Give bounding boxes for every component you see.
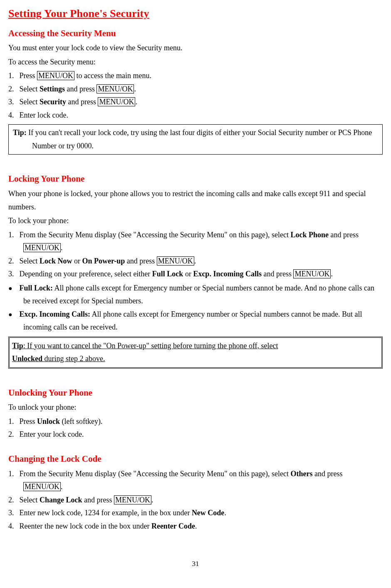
- step-text: .: [61, 244, 63, 252]
- tip-body: : If you want to cancel the "On Power-up…: [23, 342, 278, 350]
- menu-ok-key: MENU/OK: [23, 243, 61, 252]
- menu-ok-key: MENU/OK: [293, 269, 331, 278]
- step-text: From the Security Menu display (See "Acc…: [20, 231, 291, 239]
- step-text: and press: [125, 257, 156, 265]
- step-text: Press: [20, 417, 37, 426]
- heading-accessing-security-menu: Accessing the Security Menu: [8, 26, 383, 41]
- step-text: and press: [65, 85, 97, 93]
- step-number: 3.: [8, 507, 17, 520]
- menu-ok-key: MENU/OK: [98, 97, 135, 106]
- emphasis: On Power-up: [82, 257, 125, 265]
- step-text: Enter new lock code, 1234 for example, i…: [20, 509, 192, 517]
- body-text: To unlock your phone:: [8, 401, 383, 414]
- step-number: 1.: [8, 415, 17, 428]
- step-text: or: [183, 270, 193, 278]
- step-text: or: [72, 257, 82, 265]
- tip-box: Tip: If you can't recall your lock code,…: [8, 124, 383, 155]
- tip-label: Tip:: [13, 128, 27, 137]
- step-text: and press: [66, 98, 98, 106]
- tip-box: Tip: If you want to cancel the "On Power…: [8, 337, 383, 369]
- step-text: Select: [20, 85, 40, 93]
- menu-ok-key: MENU/OK: [23, 482, 61, 491]
- bullet-list: Full Lock: All phone calls except for Em…: [8, 282, 383, 334]
- step-text: .: [61, 482, 63, 491]
- body-text: To access the Security menu:: [8, 56, 383, 69]
- menu-ok-key: MENU/OK: [97, 84, 134, 93]
- menu-ok-key: MENU/OK: [37, 71, 74, 80]
- step-text: .: [224, 509, 226, 517]
- step-number: 4.: [8, 109, 17, 122]
- emphasis: Unlocked: [12, 354, 42, 363]
- step-text: (left softkey).: [60, 417, 102, 426]
- body-text: You must enter your lock code to view th…: [8, 42, 383, 55]
- steps-list: 1. From the Security Menu display (See "…: [8, 467, 383, 533]
- step-text: to access the main menu.: [74, 71, 151, 80]
- bullet-text: All phone calls except for Emergency num…: [23, 284, 374, 305]
- emphasis: Others: [291, 470, 313, 478]
- emphasis: Lock Now: [40, 257, 72, 265]
- list-item: 3. Depending on your preference, select …: [8, 268, 383, 281]
- step-text: .: [151, 496, 153, 504]
- step-text: .: [134, 85, 136, 93]
- list-item: 1. Press MENU/OK to access the main menu…: [8, 69, 383, 83]
- emphasis: Security: [40, 98, 66, 106]
- tip-label: Tip: [12, 342, 23, 350]
- step-text: Select: [20, 257, 40, 265]
- tip-text: Tip: If you can't recall your lock code,…: [13, 126, 380, 153]
- step-number: 1.: [8, 69, 17, 83]
- list-item: 2. Select Change Lock and press MENU/OK.: [8, 494, 383, 507]
- body-text: When your phone is locked, your phone al…: [8, 187, 383, 214]
- emphasis: New Code: [192, 509, 225, 517]
- step-text: .: [195, 522, 197, 530]
- step-text: .: [135, 98, 137, 106]
- step-number: 2.: [8, 83, 17, 96]
- emphasis: Settings: [40, 85, 65, 93]
- page-number: 31: [8, 558, 383, 570]
- list-item: 2. Select Lock Now or On Power-up and pr…: [8, 255, 383, 268]
- menu-ok-key: MENU/OK: [157, 256, 194, 266]
- list-item: 3. Select Security and press MENU/OK.: [8, 96, 383, 109]
- list-item: Excp. Incoming Calls: All phone calls ex…: [8, 308, 383, 334]
- emphasis: Unlock: [37, 417, 60, 426]
- step-number: 3.: [8, 268, 17, 281]
- list-item: 1. From the Security Menu display (See "…: [8, 467, 383, 494]
- steps-list: 1. Press MENU/OK to access the main menu…: [8, 69, 383, 122]
- tip-text: Tip: If you want to cancel the "On Power…: [12, 340, 379, 366]
- step-text: and press: [329, 231, 359, 239]
- emphasis: Excp. Incoming Calls: [193, 270, 262, 278]
- step-text: Select: [20, 98, 40, 106]
- heading-changing-lock-code: Changing the Lock Code: [8, 451, 383, 467]
- step-text: Reenter the new lock code in the box und…: [20, 522, 151, 530]
- tip-body: If you can't recall your lock code, try …: [27, 128, 372, 150]
- emphasis: Excp. Incoming Calls:: [20, 310, 91, 318]
- page-title: Setting Your Phone's Security: [8, 4, 383, 23]
- step-number: 1.: [8, 467, 17, 481]
- emphasis: Full Lock: [152, 270, 183, 278]
- emphasis: Full Lock:: [20, 284, 53, 292]
- list-item: 1. Press Unlock (left softkey).: [8, 415, 383, 428]
- body-text: To lock your phone:: [8, 214, 383, 228]
- step-number: 3.: [8, 96, 17, 109]
- heading-locking-your-phone: Locking Your Phone: [8, 171, 383, 187]
- step-text: .: [194, 257, 196, 265]
- steps-list: 1. Press Unlock (left softkey). 2. Enter…: [8, 415, 383, 441]
- step-text: .: [331, 270, 333, 278]
- step-text: and press: [82, 496, 114, 504]
- tip-body: during step 2 above.: [42, 354, 105, 363]
- list-item: Full Lock: All phone calls except for Em…: [8, 282, 383, 308]
- step-text: Press: [20, 71, 37, 80]
- emphasis: Reenter Code: [151, 522, 195, 530]
- step-text: Enter lock code.: [20, 111, 68, 119]
- list-item: 4. Reenter the new lock code in the box …: [8, 520, 383, 533]
- heading-unlocking-your-phone: Unlocking Your Phone: [8, 385, 383, 401]
- step-number: 2.: [8, 428, 17, 441]
- step-text: and press: [313, 470, 343, 478]
- list-item: 2. Select Settings and press MENU/OK.: [8, 83, 383, 96]
- step-text: From the Security Menu display (See "Acc…: [20, 470, 291, 478]
- menu-ok-key: MENU/OK: [114, 495, 151, 504]
- emphasis: Change Lock: [40, 496, 82, 504]
- steps-list: 1. From the Security Menu display (See "…: [8, 229, 383, 281]
- step-number: 1.: [8, 229, 17, 242]
- step-number: 2.: [8, 494, 17, 507]
- step-text: and press: [262, 270, 293, 278]
